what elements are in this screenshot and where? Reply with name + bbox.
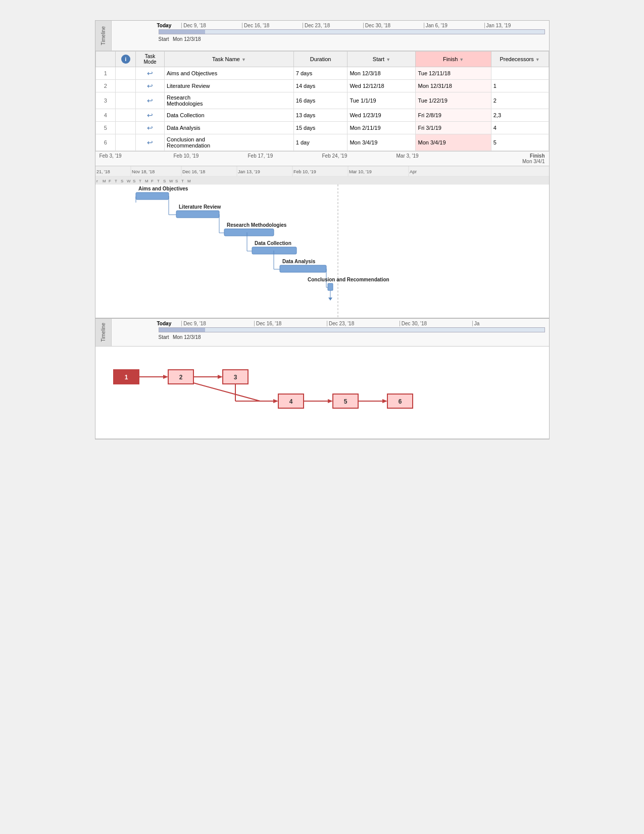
cell-info-1 [116,67,136,80]
col-header-duration[interactable]: Duration [293,52,348,67]
svg-text:W: W [169,179,173,183]
cell-start-6: Mon 3/4/19 [348,134,416,151]
col-header-mode: TaskMode [136,52,165,67]
cell-pred-3: 2 [491,92,549,109]
table-row: 2 ↩ Literature Review 14 days Wed 12/12/… [95,80,549,92]
timeline-top-content: Today Dec 9, '18 Dec 16, '18 Dec 23, '18… [112,21,549,51]
today-marker-bottom: Today [157,321,172,326]
today-marker: Today [157,23,172,28]
svg-rect-40 [224,229,274,236]
cell-start-3: Tue 1/1/19 [348,92,416,109]
gantt-bottom-date-5: Mar 3, '19 [397,153,471,164]
svg-text:4: 4 [289,398,292,405]
timeline-start-value: Mon 12/3/18 [173,36,201,42]
table-row: 5 ↩ Data Analysis 15 days Mon 2/11/19 Fr… [95,122,549,134]
cell-finish-4: Fri 2/8/19 [416,109,491,122]
cell-num-2: 2 [95,80,116,92]
svg-text:Apr: Apr [410,169,417,174]
svg-text:S: S [175,179,178,183]
cell-name-3: Research Methodologies [164,92,293,109]
cell-start-2: Wed 12/12/18 [348,80,416,92]
gantt-bottom-date-3: Feb 17, '19 [248,153,322,164]
svg-rect-52 [328,283,333,290]
cell-finish-2: Mon 12/31/18 [416,80,491,92]
info-icon: i [121,55,130,64]
svg-rect-44 [252,247,296,254]
timeline-bottom-section: Timeline Today Dec 9, '18 Dec 16, '18 De… [95,319,549,347]
cell-num-4: 4 [95,109,116,122]
timeline-label: Timeline [101,26,106,45]
timeline-bottom-content: Today Dec 9, '18 Dec 16, '18 Dec 23, '18… [112,319,549,346]
timeline-date-2: Dec 16, '18 [242,23,303,28]
timeline-bottom-label: Timeline [101,323,106,341]
cell-finish-3: Tue 1/22/19 [416,92,491,109]
cell-finish-6: Mon 3/4/19 [416,134,491,151]
svg-text:F: F [151,179,154,183]
svg-text:M: M [145,179,148,183]
svg-rect-48 [280,265,326,272]
svg-text:Feb 10, '19: Feb 10, '19 [293,169,316,174]
cell-name-1: Aims and Objectives [164,67,293,80]
svg-text:1: 1 [124,374,128,381]
tl-bottom-date-2: Dec 16, '18 [254,321,327,326]
svg-text:21, '18: 21, '18 [96,169,110,174]
svg-text:F: F [109,179,111,183]
cell-pred-5: 4 [491,122,549,134]
cell-info-6 [116,134,136,151]
cell-pred-6: 5 [491,134,549,151]
gantt-bottom-date-4: Feb 24, '19 [322,153,397,164]
svg-text:M: M [103,179,106,183]
col-header-start[interactable]: Start ▼ [348,52,416,67]
timeline-date-1: Dec 9, '18 [181,23,242,28]
svg-text:Dec 16, '18: Dec 16, '18 [182,169,205,174]
svg-rect-36 [176,211,219,218]
svg-text:W: W [127,179,131,183]
svg-rect-1 [95,166,549,176]
cell-start-4: Wed 1/23/19 [348,109,416,122]
cell-start-1: Mon 12/3/18 [348,67,416,80]
col-header-info: i [116,52,136,67]
svg-text:3: 3 [233,374,237,381]
timeline-date-4: Dec 30, '18 [363,23,424,28]
svg-text:T: T [139,179,141,183]
cell-mode-6: ↩ [136,134,165,151]
cell-pred-4: 2,3 [491,109,549,122]
svg-text:r: r [96,179,98,183]
col-header-name[interactable]: Task Name ▼ [164,52,293,67]
timeline-date-3: Dec 23, '18 [303,23,363,28]
cell-finish-1: Tue 12/11/18 [416,67,491,80]
table-row: 4 ↩ Data Collection 13 days Wed 1/23/19 … [95,109,549,122]
svg-text:6: 6 [398,398,402,405]
gantt-finish-label: Finish [471,153,545,159]
cell-duration-5: 15 days [293,122,348,134]
timeline-start-label: Start [159,36,169,42]
cell-duration-2: 14 days [293,80,348,92]
cell-pred-1 [491,67,549,80]
svg-text:S: S [121,179,123,183]
svg-text:T: T [181,179,184,183]
svg-text:Jan 13, '19: Jan 13, '19 [238,169,260,174]
tl-bottom-start-value: Mon 12/3/18 [173,334,201,340]
svg-text:Data Analysis: Data Analysis [282,259,316,264]
cell-mode-5: ↩ [136,122,165,134]
col-header-predecessors[interactable]: Predecessors ▼ [491,52,549,67]
table-row: 3 ↩ Research Methodologies 16 days Tue 1… [95,92,549,109]
timeline-bottom-sidebar: Timeline [95,319,112,346]
cell-mode-2: ↩ [136,80,165,92]
cell-mode-4: ↩ [136,109,165,122]
svg-rect-58 [104,355,538,430]
col-header-finish[interactable]: Finish ▼ [416,52,491,67]
cell-num-6: 6 [95,134,116,151]
cell-mode-1: ↩ [136,67,165,80]
table-row: 6 ↩ Conclusion and Recommendation 1 day … [95,134,549,151]
svg-text:S: S [163,179,166,183]
svg-text:Mar 10, '19: Mar 10, '19 [349,169,372,174]
cell-name-4: Data Collection [164,109,293,122]
tl-bottom-date-3: Dec 23, '18 [327,321,400,326]
cell-name-5: Data Analysis [164,122,293,134]
gantt-svg: 21, '18 Nov 18, '18 Dec 16, '18 Jan 13, … [95,166,549,318]
cell-duration-1: 7 days [293,67,348,80]
tl-bottom-date-5: Ja [472,321,545,326]
svg-text:Nov 18, '18: Nov 18, '18 [132,169,155,174]
timeline-date-5: Jan 6, '19 [424,23,484,28]
